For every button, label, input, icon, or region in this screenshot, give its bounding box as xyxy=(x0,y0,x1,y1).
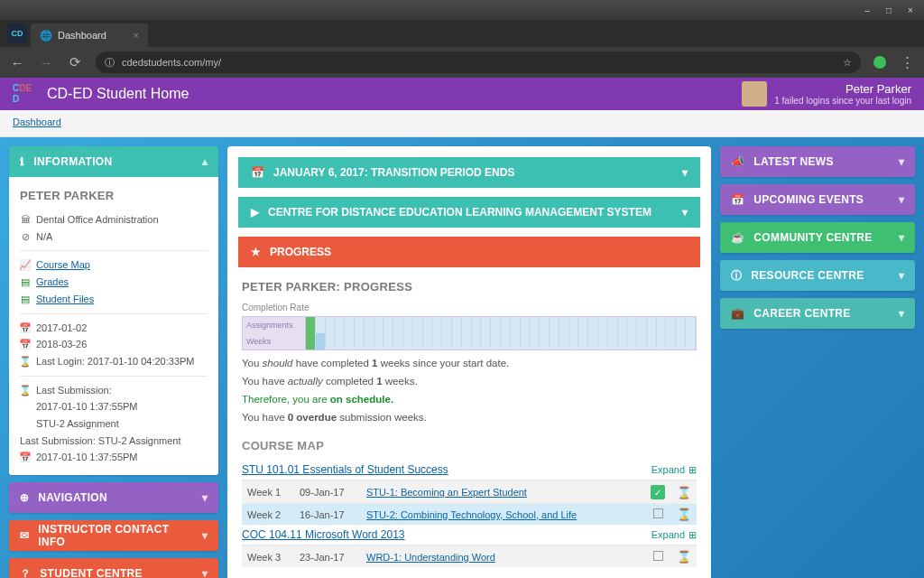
info-icon: ℹ xyxy=(20,155,24,168)
msg-should: You should have completed 1 weeks since … xyxy=(242,358,697,368)
window-minimize[interactable]: – xyxy=(857,3,877,17)
browser-toolbar: ← → ⟳ ⓘ cdedstudents.com/my/ ☆ ⋮ xyxy=(0,47,924,78)
info-icon: ⓘ xyxy=(105,56,115,70)
globe-icon: 🌐 xyxy=(40,30,52,42)
week-label: Week 2 xyxy=(242,504,294,526)
community-centre-panel[interactable]: ☕COMMUNITY CENTRE▾ xyxy=(720,222,915,253)
checkbox-empty[interactable] xyxy=(653,508,663,518)
program-name: Dental Office Administration xyxy=(36,211,159,228)
user-block[interactable]: Peter Parker 1 failed logins since your … xyxy=(742,81,911,107)
chart-row2-label: Weeks xyxy=(243,333,306,350)
tab-favicon: CD xyxy=(7,23,27,43)
bank-icon: 🏛 xyxy=(20,211,31,228)
breadcrumb-bar: Dashboard xyxy=(0,110,924,137)
upcoming-events-panel[interactable]: 📅UPCOMING EVENTS▾ xyxy=(720,184,915,215)
window-titlebar: – □ × xyxy=(0,0,924,20)
window-maximize[interactable]: □ xyxy=(879,3,899,17)
reload-button[interactable]: ⟳ xyxy=(67,54,83,70)
course-link[interactable]: STU 101.01 Essentials of Student Success xyxy=(242,463,448,476)
window-close[interactable]: × xyxy=(901,3,920,17)
community-title: COMMUNITY CENTRE xyxy=(753,231,872,244)
information-header[interactable]: ℹ INFORMATION ▴ xyxy=(9,146,218,177)
info-icon: ⓘ xyxy=(731,268,742,284)
last-submission-item: STU-2 Assignment xyxy=(20,415,208,433)
chart-row1-label: Assignments xyxy=(243,317,306,333)
compass-icon: ⊕ xyxy=(20,491,29,504)
chevron-down-icon: ▾ xyxy=(682,166,688,179)
progress-student-title: PETER PARKER: PROGRESS xyxy=(242,280,697,294)
chevron-down-icon: ▾ xyxy=(682,206,688,219)
login-note: 1 failed logins since your last login xyxy=(774,96,911,106)
student-files-link[interactable]: Student Files xyxy=(36,291,94,308)
progress-title: PROGRESS xyxy=(270,246,331,258)
expand-button[interactable]: Expand ⊞ xyxy=(651,529,697,541)
course-week-row: Week 109-Jan-17STU-1: Becoming an Expert… xyxy=(242,481,697,504)
calendar-icon: 📅 xyxy=(731,193,744,206)
career-centre-panel[interactable]: 💼CAREER CENTRE▾ xyxy=(720,298,915,329)
expand-button[interactable]: Expand ⊞ xyxy=(651,464,697,476)
week-date: 23-Jan-17 xyxy=(294,546,361,568)
course-map-title: COURSE MAP xyxy=(242,439,697,452)
check-icon: ✓ xyxy=(651,485,665,499)
calendar-icon: 📅 xyxy=(251,166,264,179)
chart-icon: 📈 xyxy=(20,256,31,274)
hourglass-icon: ⌛ xyxy=(677,508,691,521)
last-submission-time: 2017-01-10 1:37:55PM xyxy=(20,398,208,415)
coffee-icon: ☕ xyxy=(731,231,744,244)
progress-header[interactable]: ★PROGRESS xyxy=(238,237,700,267)
chevron-down-icon: ▾ xyxy=(899,155,904,168)
back-button[interactable]: ← xyxy=(9,55,25,70)
menu-icon[interactable]: ⋮ xyxy=(899,54,915,70)
mail-icon: ✉ xyxy=(20,529,29,542)
ban-icon: ⊘ xyxy=(20,228,31,246)
chevron-up-icon: ▴ xyxy=(202,155,208,168)
completion-chart: Assignments Weeks xyxy=(242,316,697,350)
grades-link[interactable]: Grades xyxy=(36,274,69,291)
chevron-down-icon: ▾ xyxy=(899,269,904,282)
resource-title: RESOURCE CENTRE xyxy=(751,269,864,282)
app-header: CDED CD-ED Student Home Peter Parker 1 f… xyxy=(0,78,924,110)
course-week-row: Week 216-Jan-17STU-2: Combining Technolo… xyxy=(242,504,697,526)
browser-tabbar: CD 🌐 Dashboard × xyxy=(0,20,924,47)
course-map-link[interactable]: Course Map xyxy=(36,256,90,274)
student-centre-panel[interactable]: ？STUDENT CENTRE▾ xyxy=(9,558,218,578)
chevron-down-icon: ▾ xyxy=(202,567,208,578)
extension-icon[interactable] xyxy=(873,56,886,69)
hourglass-icon: ⌛ xyxy=(20,353,31,370)
assignment-link[interactable]: STU-2: Combining Technology, School, and… xyxy=(366,509,577,520)
briefcase-icon: 💼 xyxy=(731,307,744,320)
resource-centre-panel[interactable]: ⓘRESOURCE CENTRE▾ xyxy=(720,260,915,291)
assignment-link[interactable]: WRD-1: Understanding Word xyxy=(366,552,495,563)
msg-actual: You have actually completed 1 weeks. xyxy=(242,376,697,387)
last-submission-3: 2017-01-10 1:37:55PM xyxy=(36,449,138,466)
transition-banner[interactable]: 📅JANUARY 6, 2017: TRANSITION PERIOD ENDS… xyxy=(238,157,700,188)
last-submission-2: Last Submission: STU-2 Assignment xyxy=(20,433,208,450)
instructor-panel[interactable]: ✉INSTRUCTOR CONTACT INFO▾ xyxy=(9,520,218,551)
calendar-icon: 📅 xyxy=(20,320,31,337)
url-text: cdedstudents.com/my/ xyxy=(122,57,221,68)
site-logo[interactable]: CDED xyxy=(13,83,38,105)
breadcrumb-link[interactable]: Dashboard xyxy=(13,117,61,127)
chevron-down-icon: ▾ xyxy=(202,491,208,504)
navigation-panel[interactable]: ⊕NAVIGATION▾ xyxy=(9,482,218,513)
address-bar[interactable]: ⓘ cdedstudents.com/my/ ☆ xyxy=(96,51,861,73)
star-icon: ★ xyxy=(251,246,261,258)
forward-button[interactable]: → xyxy=(38,55,54,70)
banner2-text: CENTRE FOR DISTANCE EDUCATION LEARNING M… xyxy=(268,206,651,219)
course-link[interactable]: COC 104.11 Microsoft Word 2013 xyxy=(242,528,405,541)
site-title: CD-ED Student Home xyxy=(47,86,189,102)
lms-banner[interactable]: ▶CENTRE FOR DISTANCE EDUCATION LEARNING … xyxy=(238,197,700,228)
last-submission-label: Last Submission: xyxy=(36,382,112,399)
completion-label: Completion Rate xyxy=(242,303,697,312)
latest-news-panel[interactable]: 📣LATEST NEWS▾ xyxy=(720,146,915,177)
star-icon[interactable]: ☆ xyxy=(843,57,852,69)
assignment-link[interactable]: STU-1: Becoming an Expert Student xyxy=(366,487,527,498)
video-icon: ▶ xyxy=(251,206,259,219)
week-label: Week 1 xyxy=(242,481,294,504)
tab-close-icon[interactable]: × xyxy=(134,30,139,41)
checkbox-empty[interactable] xyxy=(653,551,663,561)
week-date: 09-Jan-17 xyxy=(294,481,361,504)
browser-tab[interactable]: 🌐 Dashboard × xyxy=(31,23,148,47)
latest-news-title: LATEST NEWS xyxy=(753,155,833,168)
megaphone-icon: 📣 xyxy=(731,155,744,168)
